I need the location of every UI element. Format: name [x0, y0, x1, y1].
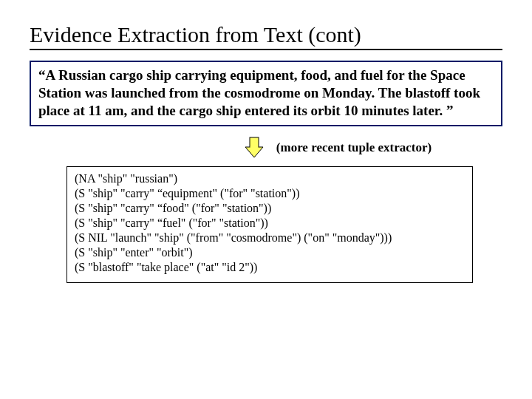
- down-arrow-icon: [241, 137, 267, 159]
- arrow-row: (more recent tuple extractor): [170, 137, 502, 159]
- slide-title: Evidence Extraction from Text (cont): [30, 22, 502, 50]
- tuple-line: (S "ship" "carry" “fuel" ("for" "station…: [75, 216, 465, 231]
- tuple-line: (S "ship" "carry" “equipment" ("for" "st…: [75, 186, 465, 201]
- tuple-line: (S "ship" "enter" "orbit"): [75, 245, 465, 260]
- tuple-output-box: (NA "ship" "russian") (S "ship" "carry" …: [66, 166, 473, 283]
- tuple-line: (S NIL "launch" "ship" ("from" "cosmodro…: [75, 231, 465, 245]
- quote-box: “A Russian cargo ship carrying equipment…: [30, 61, 502, 126]
- quote-text: “A Russian cargo ship carrying equipment…: [38, 67, 480, 118]
- tuple-line: (NA "ship" "russian"): [75, 171, 465, 186]
- svg-rect-2: [250, 146, 258, 148]
- svg-rect-0: [250, 137, 259, 148]
- tuple-line: (S "blastoff" "take place" ("at" "id 2")…: [75, 260, 465, 275]
- svg-marker-1: [245, 147, 263, 157]
- tuple-line: (S "ship" "carry" “food" ("for" "station…: [75, 201, 465, 216]
- arrow-label: (more recent tuple extractor): [276, 140, 432, 155]
